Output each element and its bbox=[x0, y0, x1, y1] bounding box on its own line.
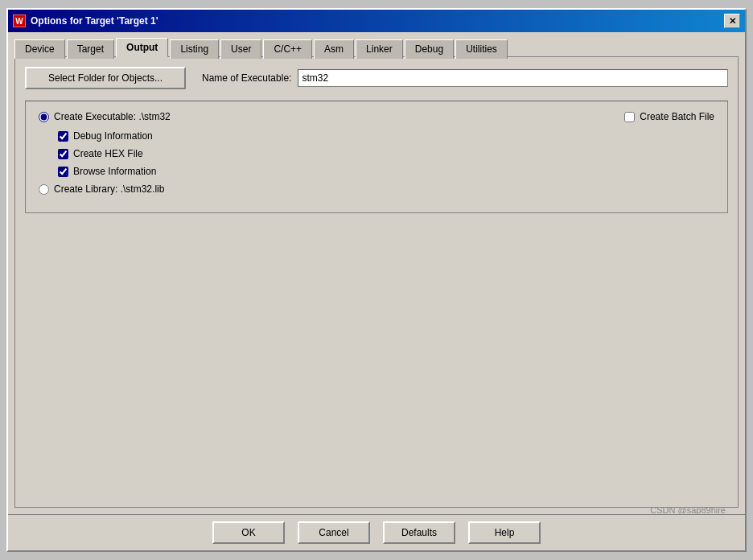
create-hex-row: Create HEX File bbox=[58, 148, 714, 159]
app-icon: W bbox=[13, 14, 26, 27]
tab-linker[interactable]: Linker bbox=[356, 39, 403, 59]
title-bar-left: W Options for Target 'Target 1' bbox=[13, 14, 158, 27]
create-library-radio[interactable] bbox=[39, 184, 49, 195]
tab-listing[interactable]: Listing bbox=[170, 39, 219, 59]
tab-cpp[interactable]: C/C++ bbox=[263, 39, 312, 59]
tab-bar: Device Target Output Listing User C/C++ … bbox=[8, 32, 745, 56]
create-hex-checkbox[interactable] bbox=[58, 149, 68, 159]
tab-output[interactable]: Output bbox=[116, 38, 168, 57]
create-batch-checkbox[interactable] bbox=[624, 112, 635, 122]
exec-name-input[interactable] bbox=[298, 69, 728, 87]
tab-utilities[interactable]: Utilities bbox=[455, 39, 508, 59]
browse-info-label: Browse Information bbox=[73, 166, 156, 177]
debug-info-checkbox[interactable] bbox=[58, 131, 68, 142]
tab-target[interactable]: Target bbox=[67, 39, 114, 59]
top-row: Select Folder for Objects... Name of Exe… bbox=[25, 67, 728, 89]
defaults-button[interactable]: Defaults bbox=[383, 521, 455, 544]
close-button[interactable]: ✕ bbox=[724, 14, 740, 28]
create-batch-row: Create Batch File bbox=[624, 111, 714, 122]
watermark: CSDN @sap89hire bbox=[650, 505, 726, 515]
tab-asm[interactable]: Asm bbox=[314, 39, 354, 59]
options-group: Create Batch File Create Executable: .\s… bbox=[25, 101, 728, 213]
create-library-row: Create Library: .\stm32.lib bbox=[39, 183, 714, 195]
cancel-button[interactable]: Cancel bbox=[298, 521, 370, 544]
ok-button[interactable]: OK bbox=[212, 521, 285, 544]
browse-info-row: Browse Information bbox=[58, 166, 714, 177]
create-library-label: Create Library: .\stm32.lib bbox=[54, 183, 164, 195]
tab-device[interactable]: Device bbox=[14, 39, 65, 59]
content-area: Select Folder for Objects... Name of Exe… bbox=[14, 56, 739, 508]
debug-info-row: Debug Information bbox=[58, 130, 714, 142]
tab-debug[interactable]: Debug bbox=[405, 39, 454, 59]
create-executable-radio[interactable] bbox=[39, 112, 49, 122]
title-bar: W Options for Target 'Target 1' ✕ bbox=[8, 10, 745, 32]
help-button[interactable]: Help bbox=[468, 521, 541, 544]
select-folder-button[interactable]: Select Folder for Objects... bbox=[25, 67, 186, 89]
exec-name-label: Name of Executable: bbox=[202, 72, 291, 84]
title-text: Options for Target 'Target 1' bbox=[31, 15, 158, 27]
main-dialog: W Options for Target 'Target 1' ✕ Device… bbox=[6, 8, 747, 552]
create-hex-label: Create HEX File bbox=[73, 148, 143, 159]
debug-info-label: Debug Information bbox=[73, 130, 153, 142]
button-bar: OK Cancel Defaults Help bbox=[8, 514, 745, 550]
browse-info-checkbox[interactable] bbox=[58, 167, 68, 177]
tab-user[interactable]: User bbox=[220, 39, 261, 59]
create-executable-row: Create Executable: .\stm32 bbox=[39, 111, 714, 122]
create-batch-label: Create Batch File bbox=[640, 111, 714, 122]
spacer bbox=[25, 221, 728, 497]
create-executable-label: Create Executable: .\stm32 bbox=[54, 111, 171, 122]
exec-name-group: Name of Executable: bbox=[202, 69, 728, 87]
